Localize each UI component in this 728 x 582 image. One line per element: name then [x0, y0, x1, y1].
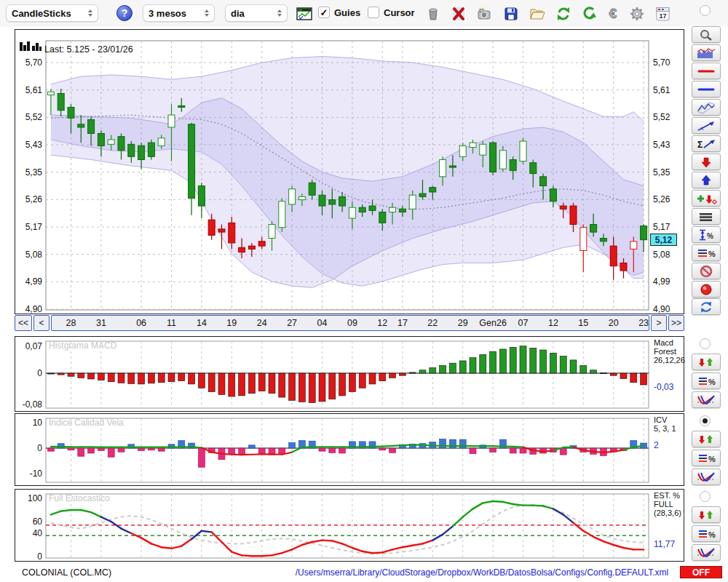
icv-panel: 100-10 Indice Calidad Vela ICV 5, 3, 1 2	[15, 413, 684, 486]
refresh-button[interactable]	[553, 4, 573, 23]
interval-select[interactable]: dia	[225, 4, 288, 22]
icv-curve-button[interactable]	[692, 469, 721, 485]
candlestick-chart[interactable]: 5,705,705,615,615,525,525,435,435,355,35…	[15, 30, 684, 314]
svg-text:4,90: 4,90	[653, 304, 670, 314]
icv-params: ICV 5, 3, 1	[654, 415, 676, 433]
svg-text:%: %	[708, 250, 716, 258]
macd-radio[interactable]	[700, 338, 711, 349]
macd-params: Macd Forest 26,12,26	[654, 338, 685, 364]
stochastic-arrows-button[interactable]	[692, 506, 721, 523]
lines-percent-icon: %	[696, 527, 716, 541]
svg-text:%: %	[708, 530, 716, 539]
sigma-trend-button[interactable]: Σ	[692, 135, 721, 152]
red-hline-button[interactable]	[692, 63, 721, 79]
snapshot-button[interactable]	[474, 4, 494, 23]
date-label: 14	[197, 318, 207, 328]
delete-button[interactable]	[448, 4, 468, 23]
date-axis[interactable]: 2831061114192427040912172229Gen260712152…	[51, 315, 649, 331]
svg-text:5,26: 5,26	[653, 194, 670, 204]
svg-text:5,17: 5,17	[25, 222, 43, 232]
date-label: 27	[287, 318, 297, 328]
stochastic-radio[interactable]	[700, 491, 711, 502]
stochastic-percent-button[interactable]: %	[692, 525, 721, 542]
scroll-next-button[interactable]: >	[651, 315, 667, 331]
icv-percent-button[interactable]: %	[692, 450, 721, 466]
main-panel-radio[interactable]	[700, 5, 711, 16]
range-percent-button[interactable]: %	[692, 226, 721, 243]
add-signal-button[interactable]	[692, 190, 721, 207]
period-select[interactable]: 3 mesos	[143, 4, 215, 22]
arrow-down-marker-button[interactable]	[692, 154, 721, 170]
down-up-arrows-icon	[696, 356, 716, 369]
date-label: 29	[458, 318, 468, 328]
chart-type-value: CandleSticks	[12, 8, 71, 19]
save-button[interactable]	[501, 4, 521, 23]
chart-window-icon	[296, 5, 313, 23]
date-label: 31	[96, 318, 106, 328]
settings-button[interactable]	[627, 4, 646, 23]
floppy-save-icon	[502, 5, 520, 23]
icv-radio[interactable]	[700, 415, 711, 426]
trash-button[interactable]	[423, 4, 443, 23]
help-button[interactable]: ?	[116, 5, 132, 21]
main-chart-panel: 5,705,705,615,615,525,525,435,435,355,35…	[15, 29, 684, 314]
svg-text:%: %	[708, 455, 716, 463]
svg-text:-0,08: -0,08	[23, 399, 43, 410]
curves-icon	[696, 394, 716, 407]
reload-button[interactable]	[579, 4, 598, 23]
channel-tool-button[interactable]	[692, 99, 721, 116]
date-label: 28	[66, 318, 76, 328]
svg-text:17: 17	[659, 12, 666, 19]
refresh-data-button[interactable]	[692, 298, 721, 315]
icv-title: Indice Calidad Vela	[49, 418, 124, 428]
scroll-last-button[interactable]: >>	[668, 315, 684, 331]
help-label: ?	[122, 7, 128, 19]
date-label: 09	[347, 318, 357, 328]
svg-text:5,17: 5,17	[653, 222, 670, 232]
refresh-arrows-icon	[555, 5, 572, 23]
svg-text:100: 100	[28, 493, 42, 503]
stochastic-curve-button[interactable]	[692, 544, 721, 561]
chevron-updown-icon	[277, 9, 282, 17]
date-label: 19	[226, 318, 237, 328]
macd-arrows-button[interactable]	[692, 354, 721, 370]
chart-type-select[interactable]: CandleSticks	[6, 4, 98, 22]
magnifier-icon	[695, 28, 717, 41]
date-label: 22	[427, 318, 438, 328]
off-toggle[interactable]: OFF	[680, 566, 722, 578]
price-volume-button[interactable]	[692, 44, 721, 61]
guies-checkbox[interactable]: ✓ Guies	[318, 7, 360, 18]
euro-icon: €	[604, 5, 622, 23]
curves-icon	[696, 546, 716, 559]
svg-text:10: 10	[33, 418, 43, 428]
chevron-updown-icon	[205, 9, 209, 17]
currency-button[interactable]: €	[603, 4, 622, 23]
macd-percent-button[interactable]: %	[692, 372, 721, 389]
red-line-icon	[695, 65, 717, 78]
icv-arrows-button[interactable]	[692, 431, 721, 447]
levels-button[interactable]	[692, 208, 721, 225]
date-label: 06	[136, 318, 146, 328]
lines-percent-icon: %	[696, 452, 716, 465]
scroll-prev-button[interactable]: <	[33, 315, 50, 331]
record-dot-icon	[695, 283, 717, 296]
macd-curve-button[interactable]	[692, 391, 721, 408]
record-button[interactable]	[692, 281, 721, 298]
chart-window-button[interactable]	[294, 4, 314, 23]
open-file-button[interactable]	[527, 4, 547, 23]
calendar-button[interactable]: 17	[652, 4, 672, 23]
zoom-tool-button[interactable]	[692, 26, 721, 43]
svg-text:5,52: 5,52	[25, 112, 43, 122]
svg-text:4,90: 4,90	[25, 304, 43, 314]
arrow-up-marker-button[interactable]	[692, 172, 721, 188]
blue-hline-button[interactable]	[692, 81, 721, 97]
gear-icon	[628, 5, 646, 23]
down-up-arrows-icon	[696, 509, 716, 522]
scroll-first-button[interactable]: <<	[15, 315, 32, 331]
stochastic-title: Full Estocastico	[49, 493, 110, 503]
lines-percent-button[interactable]: %	[692, 244, 721, 261]
disable-button[interactable]	[692, 263, 721, 279]
cursor-checkbox[interactable]: Cursor	[368, 7, 415, 18]
lines-percent-icon: %	[695, 247, 717, 260]
trendline-tool-button[interactable]	[692, 117, 721, 134]
